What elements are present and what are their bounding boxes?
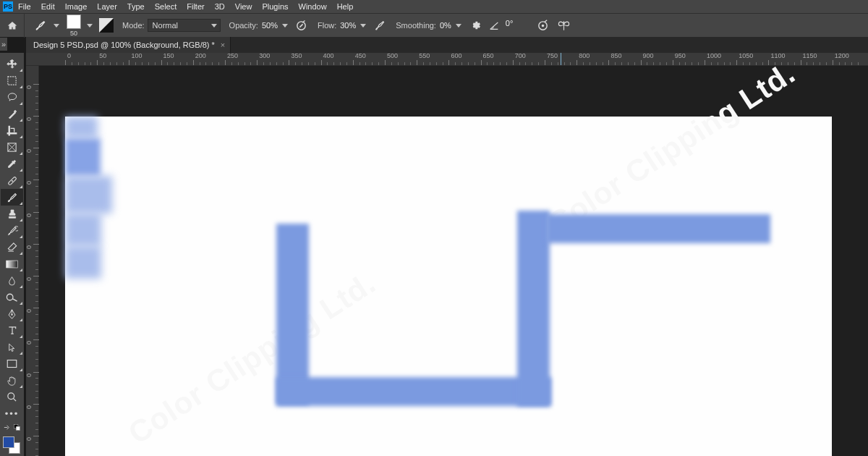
- default-colors-icon[interactable]: [13, 423, 21, 431]
- tools-panel: •••: [0, 53, 24, 456]
- clone-stamp-tool[interactable]: [1, 206, 23, 222]
- menu-3d[interactable]: 3D: [210, 1, 230, 12]
- gradient-tool[interactable]: [1, 256, 23, 272]
- edit-toolbar-button[interactable]: •••: [1, 405, 23, 422]
- svg-point-11: [7, 294, 13, 300]
- frame-icon: [7, 142, 17, 153]
- menu-edit[interactable]: Edit: [36, 1, 60, 12]
- brush-tip-preview: [67, 14, 81, 29]
- canvas-viewport[interactable]: Color Clipping Ltd. Color Clipping Ltd.: [39, 66, 868, 456]
- chevron-down-icon[interactable]: [87, 24, 93, 28]
- svg-rect-16: [16, 426, 20, 431]
- brush-blend-icon[interactable]: [99, 18, 114, 33]
- pen-tool[interactable]: [1, 305, 23, 322]
- stamp-icon: [7, 208, 18, 220]
- drop-icon: [7, 275, 17, 287]
- zoom-icon: [7, 392, 17, 402]
- bandaid-icon: [7, 175, 18, 187]
- menu-type[interactable]: Type: [122, 1, 150, 12]
- svg-point-2: [375, 28, 377, 30]
- svg-point-8: [12, 180, 12, 181]
- chevron-down-icon[interactable]: [282, 24, 288, 28]
- dodge-tool[interactable]: [1, 289, 23, 305]
- menu-help[interactable]: Help: [332, 1, 359, 12]
- tool-options-bar: 50 Mode: Normal Opacity: 50% Flow: 30% S…: [0, 13, 868, 37]
- gear-icon: [469, 20, 481, 31]
- menu-view[interactable]: View: [230, 1, 258, 12]
- move-tool[interactable]: [1, 56, 23, 72]
- menu-filter[interactable]: Filter: [182, 1, 209, 12]
- eyedropper-tool[interactable]: [1, 156, 23, 172]
- close-icon[interactable]: ×: [221, 41, 225, 49]
- menu-window[interactable]: Window: [294, 1, 332, 12]
- brush-tool-icon: [7, 192, 18, 203]
- pressure-size-button[interactable]: [536, 18, 550, 33]
- watermark-text: Color Clipping Ltd.: [122, 266, 382, 451]
- brush-tool[interactable]: [1, 189, 23, 206]
- menu-plugins[interactable]: Plugins: [257, 1, 293, 12]
- frame-tool[interactable]: [1, 139, 23, 156]
- type-tool[interactable]: [1, 322, 23, 339]
- menu-file[interactable]: File: [13, 1, 36, 12]
- marquee-tool[interactable]: [1, 72, 23, 89]
- crop-icon: [7, 125, 17, 136]
- path-selection-tool[interactable]: [1, 339, 23, 355]
- photoshop-app-icon: PS: [3, 1, 13, 12]
- brush-angle-value[interactable]: 0°: [504, 19, 526, 32]
- brush-size-value: 50: [70, 30, 77, 37]
- dots-icon: •••: [5, 409, 20, 419]
- mode-label: Mode:: [122, 21, 145, 30]
- menu-image[interactable]: Image: [60, 1, 93, 12]
- eraser-tool[interactable]: [1, 239, 23, 256]
- marquee-icon: [7, 75, 17, 86]
- opacity-pressure-button[interactable]: [294, 18, 309, 33]
- home-icon: [7, 20, 18, 31]
- zoom-tool[interactable]: [1, 389, 23, 405]
- eyedropper-icon: [7, 159, 17, 169]
- menu-layer[interactable]: Layer: [92, 1, 122, 12]
- airbrush-icon: [374, 20, 386, 32]
- lasso-tool[interactable]: [1, 89, 23, 106]
- swap-colors-icon[interactable]: [3, 423, 11, 431]
- smoothing-settings-button[interactable]: [468, 18, 482, 33]
- pressure-round-icon: [295, 20, 307, 32]
- vertical-ruler[interactable]: 000000000000: [26, 66, 39, 456]
- opacity-value[interactable]: 50%: [262, 21, 278, 30]
- pen-icon: [7, 308, 17, 320]
- artboard[interactable]: Color Clipping Ltd. Color Clipping Ltd.: [65, 117, 832, 456]
- flow-value[interactable]: 30%: [340, 21, 356, 30]
- history-brush-icon: [7, 225, 18, 237]
- rectangle-tool[interactable]: [1, 355, 23, 372]
- brush-preset-picker[interactable]: [33, 20, 51, 32]
- collapse-chevrons-icon[interactable]: »: [0, 38, 7, 51]
- angle-button[interactable]: [487, 18, 501, 33]
- airbrush-button[interactable]: [373, 18, 387, 33]
- history-brush-tool[interactable]: [1, 222, 23, 239]
- blur-tool[interactable]: [1, 272, 23, 289]
- svg-point-14: [8, 393, 14, 400]
- angle-icon: [488, 20, 500, 31]
- healing-brush-tool[interactable]: [1, 172, 23, 189]
- menu-select[interactable]: Select: [150, 1, 182, 12]
- horizontal-ruler[interactable]: 0501001502002503003504004505005506006507…: [26, 53, 868, 66]
- smoothing-value[interactable]: 0%: [440, 21, 451, 30]
- foreground-color-swatch[interactable]: [3, 436, 14, 448]
- svg-point-0: [36, 28, 38, 30]
- chevron-down-icon[interactable]: [54, 24, 59, 28]
- document-tab[interactable]: Design 5 PSD.psd @ 100% (Background, RGB…: [26, 37, 231, 53]
- document-tab-title: Design 5 PSD.psd @ 100% (Background, RGB…: [33, 41, 215, 49]
- quick-selection-tool[interactable]: [1, 106, 23, 122]
- chevron-down-icon[interactable]: [456, 24, 461, 28]
- symmetry-button[interactable]: [557, 18, 571, 33]
- move-icon: [7, 59, 18, 70]
- hand-icon: [7, 375, 17, 387]
- brush-size-swatch[interactable]: 50: [67, 14, 81, 37]
- crop-tool[interactable]: [1, 122, 23, 139]
- home-button[interactable]: [0, 14, 25, 38]
- foreground-background-swatches[interactable]: [1, 436, 23, 456]
- svg-rect-10: [7, 261, 18, 268]
- opacity-label: Opacity:: [229, 21, 258, 30]
- chevron-down-icon[interactable]: [360, 24, 366, 28]
- blend-mode-select[interactable]: Normal: [148, 19, 221, 32]
- hand-tool[interactable]: [1, 372, 23, 389]
